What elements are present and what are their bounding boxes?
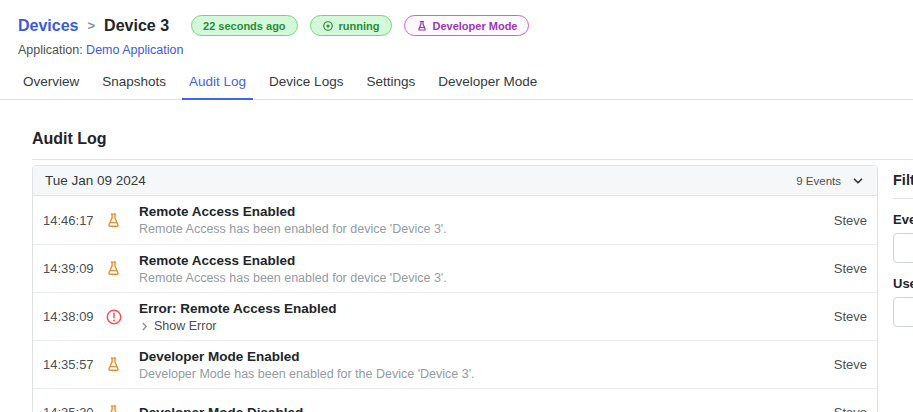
event-description: Remote Access has been enabled for devic… (139, 270, 834, 286)
date-group-header[interactable]: Tue Jan 09 2024 9 Events (33, 166, 877, 196)
event-title: Remote Access Enabled (139, 252, 834, 269)
event-row: 14:35:30 Developer Mode Disabled Steve (33, 388, 877, 412)
filter-label-event: Event (893, 212, 913, 227)
event-row: 14:35:57 Developer Mode Enabled Develope… (33, 340, 877, 388)
event-title: Developer Mode Enabled (139, 348, 834, 365)
status-badges: 22 seconds ago running Developer Mode (191, 15, 529, 36)
flask-icon (105, 260, 131, 277)
filter-title: Filter (893, 172, 913, 188)
filter-divider (893, 198, 913, 199)
application-label: Application: (18, 43, 83, 57)
tab-snapshots[interactable]: Snapshots (95, 66, 173, 100)
application-link[interactable]: Demo Application (86, 43, 183, 57)
section-divider (32, 159, 913, 160)
tab-settings[interactable]: Settings (359, 66, 422, 100)
developer-mode-badge-label: Developer Mode (433, 20, 518, 32)
event-user: Steve (834, 309, 867, 324)
show-error-label: Show Error (154, 319, 217, 333)
tab-bar: Overview Snapshots Audit Log Device Logs… (0, 66, 913, 100)
breadcrumb-current-device: Device 3 (104, 17, 169, 35)
main-content: Audit Log Tue Jan 09 2024 9 Events 14:46… (0, 100, 913, 412)
running-status-label: running (339, 20, 380, 32)
page-title: Audit Log (32, 130, 913, 148)
developer-mode-badge: Developer Mode (404, 15, 530, 36)
application-row: Application: Demo Application (18, 43, 913, 57)
event-title: Remote Access Enabled (139, 203, 834, 220)
filter-user-input[interactable] (893, 297, 913, 327)
flask-icon (416, 20, 428, 32)
last-seen-label: 22 seconds ago (203, 20, 286, 32)
record-icon (322, 20, 334, 32)
event-title: Error: Remote Access Enabled (139, 300, 834, 317)
audit-log-table: Tue Jan 09 2024 9 Events 14:46:17 (32, 165, 878, 412)
last-seen-badge: 22 seconds ago (191, 15, 298, 36)
date-group-label: Tue Jan 09 2024 (45, 173, 146, 188)
flask-icon (105, 356, 131, 373)
error-icon (105, 308, 131, 326)
events-count: 9 Events (796, 175, 841, 187)
filter-panel: Filter Event User (893, 165, 913, 412)
event-row: 14:46:17 Remote Access Enabled Remote Ac… (33, 196, 877, 244)
event-time: 14:35:57 (43, 357, 105, 372)
show-error-link[interactable]: Show Error (139, 319, 834, 333)
page-header: Devices > Device 3 22 seconds ago runnin… (0, 0, 913, 57)
tab-label: Developer Mode (438, 74, 537, 89)
event-user: Steve (834, 261, 867, 276)
event-time: 14:35:30 (43, 405, 105, 412)
flask-icon (105, 404, 131, 412)
event-user: Steve (834, 213, 867, 228)
breadcrumb-separator: > (87, 18, 97, 33)
event-row: 14:38:09 Error: Remote Access Enabled Sh… (33, 292, 877, 340)
breadcrumb-link-devices[interactable]: Devices (18, 17, 79, 35)
tab-label: Overview (23, 74, 79, 89)
event-user: Steve (834, 357, 867, 372)
event-user: Steve (834, 405, 867, 412)
tab-developer-mode[interactable]: Developer Mode (431, 66, 544, 100)
running-status-badge: running (310, 15, 392, 36)
tab-overview[interactable]: Overview (16, 66, 86, 100)
tab-label: Settings (366, 74, 415, 89)
filter-event-input[interactable] (893, 233, 913, 263)
tab-label: Device Logs (269, 74, 343, 89)
tab-audit-log[interactable]: Audit Log (182, 66, 253, 100)
chevron-down-icon[interactable] (851, 174, 865, 188)
tab-device-logs[interactable]: Device Logs (262, 66, 350, 100)
chevron-right-icon (139, 321, 150, 332)
tab-label: Audit Log (189, 74, 246, 89)
event-description: Remote Access has been enabled for devic… (139, 221, 834, 237)
event-title: Developer Mode Disabled (139, 404, 834, 412)
event-row: 14:39:09 Remote Access Enabled Remote Ac… (33, 244, 877, 292)
event-time: 14:46:17 (43, 213, 105, 228)
breadcrumb: Devices > Device 3 22 seconds ago runnin… (18, 15, 913, 36)
event-time: 14:39:09 (43, 261, 105, 276)
event-list: 14:46:17 Remote Access Enabled Remote Ac… (33, 196, 877, 412)
filter-label-user: User (893, 276, 913, 291)
tab-label: Snapshots (102, 74, 166, 89)
flask-icon (105, 212, 131, 229)
event-description: Developer Mode has been enabled for the … (139, 366, 834, 382)
event-time: 14:38:09 (43, 309, 105, 324)
